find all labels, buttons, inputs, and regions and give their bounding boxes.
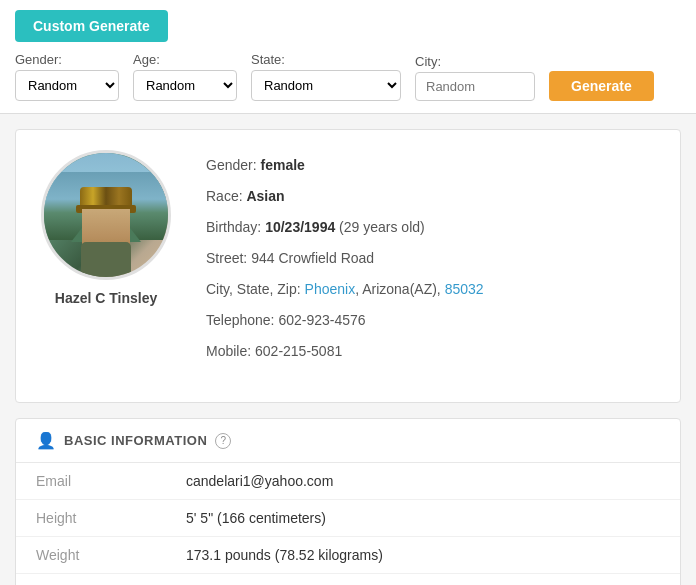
section-header: 👤 BASIC INFORMATION ?	[16, 419, 680, 463]
table-row: Weight 173.1 pounds (78.52 kilograms)	[16, 537, 680, 574]
race-value: Asian	[246, 188, 284, 204]
gender-select[interactable]: Random Male Female	[15, 70, 119, 101]
table-row: Height 5' 5" (166 centimeters)	[16, 500, 680, 537]
info-value: 5' 5" (166 centimeters)	[166, 500, 680, 537]
body-shape	[81, 242, 131, 277]
age-value: 29 years old	[344, 219, 420, 235]
content-area: Hazel C Tinsley Gender: female Race: Asi…	[0, 114, 696, 585]
state-value: Arizona	[362, 281, 409, 297]
gender-value: female	[260, 157, 304, 173]
age-label: Age:	[133, 52, 237, 67]
city-input[interactable]	[415, 72, 535, 101]
info-value: Black	[166, 574, 680, 586]
generate-button[interactable]: Generate	[549, 71, 654, 101]
city-filter-group: City:	[415, 54, 535, 101]
profile-name: Hazel C Tinsley	[55, 290, 157, 306]
info-label: Email	[16, 463, 166, 500]
table-row: Hair Color Black	[16, 574, 680, 586]
state-filter-group: State: Random Arizona California Texas N…	[251, 52, 401, 101]
table-row: Email candelari1@yahoo.com	[16, 463, 680, 500]
city-link[interactable]: Phoenix	[305, 281, 356, 297]
mobile-row: Mobile: 602-215-5081	[206, 341, 660, 362]
info-label: Hair Color	[16, 574, 166, 586]
race-row: Race: Asian	[206, 186, 660, 207]
state-label: State:	[251, 52, 401, 67]
avatar-figure	[44, 153, 168, 277]
mobile-value: 602-215-5081	[255, 343, 342, 359]
profile-details: Gender: female Race: Asian Birthday: 10/…	[206, 150, 660, 372]
age-select[interactable]: Random 18-25 26-35 36-50 51+	[133, 70, 237, 101]
info-value: 173.1 pounds (78.52 kilograms)	[166, 537, 680, 574]
gender-label: Gender:	[15, 52, 119, 67]
avatar-section: Hazel C Tinsley	[36, 150, 176, 306]
birthday-row: Birthday: 10/23/1994 (29 years old)	[206, 217, 660, 238]
age-filter-group: Age: Random 18-25 26-35 36-50 51+	[133, 52, 237, 101]
telephone-value: 602-923-4576	[278, 312, 365, 328]
city-state-row: City, State, Zip: Phoenix, Arizona(AZ), …	[206, 279, 660, 300]
info-value: candelari1@yahoo.com	[166, 463, 680, 500]
filters-row: Gender: Random Male Female Age: Random 1…	[15, 52, 681, 101]
zip-link[interactable]: 85032	[445, 281, 484, 297]
gender-filter-group: Gender: Random Male Female	[15, 52, 119, 101]
basic-info-table: Email candelari1@yahoo.com Height 5' 5" …	[16, 463, 680, 585]
custom-generate-button[interactable]: Custom Generate	[15, 10, 168, 42]
telephone-row: Telephone: 602-923-4576	[206, 310, 660, 331]
basic-info-section: 👤 BASIC INFORMATION ? Email candelari1@y…	[15, 418, 681, 585]
section-title: BASIC INFORMATION	[64, 433, 207, 448]
person-icon: 👤	[36, 431, 56, 450]
state-abbr: AZ	[414, 281, 432, 297]
info-label: Height	[16, 500, 166, 537]
info-label: Weight	[16, 537, 166, 574]
profile-card: Hazel C Tinsley Gender: female Race: Asi…	[15, 129, 681, 403]
gender-row: Gender: female	[206, 155, 660, 176]
city-label: City:	[415, 54, 535, 69]
person-silhouette	[71, 187, 141, 277]
top-bar: Custom Generate Gender: Random Male Fema…	[0, 0, 696, 114]
street-value: 944 Crowfield Road	[251, 250, 374, 266]
avatar	[41, 150, 171, 280]
street-row: Street: 944 Crowfield Road	[206, 248, 660, 269]
state-select[interactable]: Random Arizona California Texas New York	[251, 70, 401, 101]
help-icon[interactable]: ?	[215, 433, 231, 449]
birthday-value: 10/23/1994	[265, 219, 335, 235]
